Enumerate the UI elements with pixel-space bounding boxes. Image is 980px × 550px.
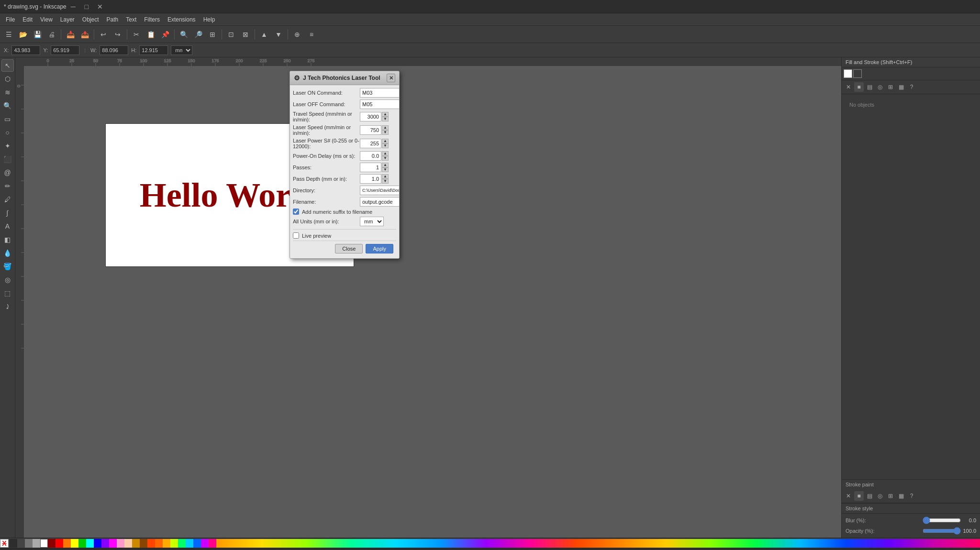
h-input[interactable] xyxy=(139,45,168,55)
power-delay-up[interactable]: ▲ xyxy=(382,151,389,156)
color-peach[interactable] xyxy=(124,539,132,548)
directory-input[interactable] xyxy=(360,186,400,195)
color-magenta[interactable] xyxy=(109,539,117,548)
zoom-tool[interactable]: 🔍 xyxy=(1,99,14,112)
new-button[interactable]: ☰ xyxy=(2,28,15,41)
laser-dialog-close-button[interactable]: ✕ xyxy=(387,74,395,82)
color-orange[interactable] xyxy=(63,539,71,548)
blur-slider[interactable] xyxy=(923,517,961,524)
laser-speed-input[interactable] xyxy=(360,125,381,135)
x-input[interactable] xyxy=(11,45,40,55)
add-suffix-checkbox[interactable] xyxy=(293,209,299,215)
y-input[interactable] xyxy=(51,45,79,55)
paste-button[interactable]: 📌 xyxy=(158,28,172,41)
minimize-button[interactable]: ─ xyxy=(67,0,80,13)
color-green[interactable] xyxy=(78,539,86,548)
canvas-area[interactable]: 0 25 50 75 100 125 150 175 200 225 250 2… xyxy=(15,57,841,538)
transform-button[interactable]: ⊕ xyxy=(290,28,304,41)
connector-tool[interactable]: ⤸ xyxy=(1,300,14,313)
canvas-content[interactable]: Hello World ⚙ J Tech Photonics Laser Too… xyxy=(24,66,841,538)
color-red[interactable] xyxy=(56,539,63,548)
tab-swatch[interactable]: ▦ xyxy=(896,82,906,92)
lower-button[interactable]: ▼ xyxy=(272,28,285,41)
spray-tool[interactable]: ◎ xyxy=(1,274,14,286)
opacity-slider[interactable] xyxy=(923,527,961,535)
menu-text[interactable]: Text xyxy=(122,15,140,24)
dropper-tool[interactable]: 💧 xyxy=(1,247,14,259)
color-cobalt[interactable] xyxy=(193,539,201,548)
zoom-in-button[interactable]: 🔍 xyxy=(177,28,190,41)
tab-flat-color[interactable]: ■ xyxy=(854,82,864,92)
menu-path[interactable]: Path xyxy=(103,15,122,24)
tab-linear-gradient[interactable]: ▤ xyxy=(865,82,874,92)
circle-tool[interactable]: ○ xyxy=(1,126,14,139)
color-purple[interactable] xyxy=(101,539,109,548)
units-select[interactable]: mminpx xyxy=(171,45,192,55)
menu-view[interactable]: View xyxy=(36,15,56,24)
apply-button[interactable]: Apply xyxy=(366,244,393,253)
stroke-tab-radial[interactable]: ◎ xyxy=(875,491,885,501)
stroke-tab-close[interactable]: ✕ xyxy=(844,491,853,501)
tab-pattern[interactable]: ⊞ xyxy=(886,82,895,92)
text-tool[interactable]: A xyxy=(1,220,14,232)
laser-speed-up[interactable]: ▲ xyxy=(382,125,389,130)
stroke-tab-pattern[interactable]: ⊞ xyxy=(886,491,895,501)
power-delay-down[interactable]: ▼ xyxy=(382,156,389,161)
travel-speed-up[interactable]: ▲ xyxy=(382,112,389,117)
pass-depth-down[interactable]: ▼ xyxy=(382,179,389,184)
copy-button[interactable]: 📋 xyxy=(144,28,157,41)
laser-power-down[interactable]: ▼ xyxy=(382,143,389,148)
fill-color-swatch[interactable] xyxy=(844,69,852,78)
color-white[interactable] xyxy=(40,539,48,548)
color-darkred[interactable] xyxy=(48,539,56,548)
color-darkgray[interactable] xyxy=(17,539,25,548)
undo-button[interactable]: ↩ xyxy=(97,28,110,41)
menu-file[interactable]: File xyxy=(2,15,19,24)
color-black[interactable] xyxy=(10,539,17,548)
pencil-tool[interactable]: ✏ xyxy=(1,180,14,192)
travel-speed-input[interactable] xyxy=(360,112,381,121)
select-tool[interactable]: ↖ xyxy=(1,59,14,72)
color-skyblue[interactable] xyxy=(186,539,193,548)
zoom-out-button[interactable]: 🔎 xyxy=(191,28,205,41)
color-lightgray[interactable] xyxy=(33,539,40,548)
stroke-tab-flat[interactable]: ■ xyxy=(854,491,864,501)
color-gray[interactable] xyxy=(25,539,33,548)
menu-object[interactable]: Object xyxy=(78,15,103,24)
w-input[interactable] xyxy=(100,45,128,55)
tab-unset[interactable]: ? xyxy=(907,82,916,92)
color-hotpink[interactable] xyxy=(209,539,216,548)
stroke-tab-swatch[interactable]: ▦ xyxy=(896,491,906,501)
menu-edit[interactable]: Edit xyxy=(19,15,36,24)
color-gold[interactable] xyxy=(163,539,170,548)
cut-button[interactable]: ✂ xyxy=(130,28,143,41)
node-tool[interactable]: ⬡ xyxy=(1,73,14,85)
color-pink[interactable] xyxy=(117,539,124,548)
tab-radial-gradient[interactable]: ◎ xyxy=(875,82,885,92)
pass-depth-up[interactable]: ▲ xyxy=(382,174,389,179)
3d-box-tool[interactable]: ⬛ xyxy=(1,153,14,165)
color-brown[interactable] xyxy=(132,539,140,548)
color-yellow[interactable] xyxy=(71,539,78,548)
color-darkorange[interactable] xyxy=(155,539,163,548)
open-button[interactable]: 📂 xyxy=(16,28,30,41)
print-button[interactable]: 🖨 xyxy=(45,28,58,41)
close-window-button[interactable]: ✕ xyxy=(93,0,107,13)
stroke-tab-linear[interactable]: ▤ xyxy=(865,491,874,501)
gradient-tool[interactable]: ◧ xyxy=(1,233,14,246)
maximize-button[interactable]: □ xyxy=(80,0,93,13)
no-fill-swatch[interactable]: X xyxy=(0,539,9,548)
redo-button[interactable]: ↪ xyxy=(111,28,124,41)
zoom-fit-button[interactable]: ⊞ xyxy=(206,28,219,41)
tweak-tool[interactable]: ≋ xyxy=(1,86,14,99)
star-tool[interactable]: ✦ xyxy=(1,140,14,152)
raise-button[interactable]: ▲ xyxy=(257,28,271,41)
laser-power-input[interactable] xyxy=(360,139,381,148)
power-delay-input[interactable] xyxy=(360,151,381,161)
passes-down[interactable]: ▼ xyxy=(382,167,389,172)
travel-speed-down[interactable]: ▼ xyxy=(382,117,389,121)
menu-extensions[interactable]: Extensions xyxy=(164,15,200,24)
ungroup-button[interactable]: ⊠ xyxy=(239,28,252,41)
passes-up[interactable]: ▲ xyxy=(382,163,389,167)
passes-input[interactable] xyxy=(360,163,381,172)
